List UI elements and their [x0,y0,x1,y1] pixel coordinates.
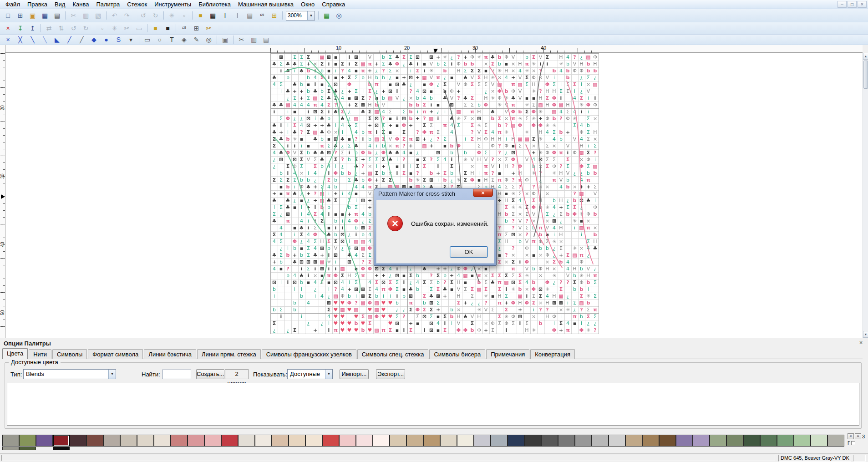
view-info-button[interactable]: I [232,10,243,20]
palette-swatch[interactable] [255,435,272,447]
palette-swatch[interactable] [609,435,625,447]
show-combobox[interactable]: Доступные ▾ [287,369,333,379]
palette-swatch[interactable] [36,435,53,447]
chevron-down-icon[interactable]: ▾ [108,370,116,379]
palette-swatch[interactable] [339,435,356,447]
palette-swatch[interactable] [710,435,726,447]
bead-button[interactable]: ● [101,35,112,45]
tab-1[interactable]: Цвета [2,348,28,359]
palette-swatch[interactable] [19,435,36,447]
menu-item[interactable]: Справка [318,0,349,9]
palette-scroll-right-button[interactable]: » [855,433,861,439]
view-notes-button[interactable]: ▤ [244,10,255,20]
tab-6[interactable]: Линии прям. стежка [197,349,261,359]
palette-swatch[interactable] [760,435,777,447]
quarter-stitch-button[interactable]: ╲ [39,35,51,45]
tab-7[interactable]: Символы французских узелков [262,349,356,359]
palette-swatch[interactable] [524,435,541,447]
palette-swatch[interactable] [794,435,811,447]
window-close-button[interactable]: × [858,1,867,8]
palette-swatch[interactable] [811,435,827,447]
tab-10[interactable]: Примечания [486,349,529,359]
knife-button[interactable]: ✂ [236,35,247,45]
menu-item[interactable]: Стежок [123,0,151,9]
menu-item[interactable]: Вид [51,0,69,9]
no-stitch-button[interactable]: × [2,35,14,45]
palette-swatch[interactable] [693,435,710,447]
palette-swatch[interactable] [575,435,592,447]
scrollbar-thumb[interactable] [863,61,868,89]
palette-swatch[interactable] [743,435,760,447]
available-colors-listbox[interactable] [7,383,859,426]
palette-swatch[interactable] [289,435,305,447]
menu-item[interactable]: Библиотека [195,0,234,9]
half-stitch-button[interactable]: ╲ [27,35,38,45]
three-quarter-stitch-button[interactable]: ◣ [51,35,63,45]
palette-swatch[interactable] [558,435,575,447]
view-stitches-button[interactable]: I [219,10,231,20]
palette-corner-checkbox[interactable] [851,441,855,445]
machine-needles-button[interactable]: ✂ [203,23,214,33]
french-knot-button[interactable]: ◆ [88,35,100,45]
palette-swatch[interactable] [726,435,743,447]
palette-swatch[interactable] [221,435,238,447]
palette-swatch[interactable] [406,435,423,447]
grid-lattice-button[interactable]: ⊞ [191,23,202,33]
type-combobox[interactable]: Blends ▾ [23,369,116,379]
select-rectangle-button[interactable]: ▭ [142,35,153,45]
print-button[interactable]: ▤ [51,10,63,20]
chevron-down-icon[interactable]: ▾ [325,370,332,379]
tab-2[interactable]: Нити [29,349,51,359]
palette-scroll-left-button[interactable]: « [848,433,854,439]
tab-8[interactable]: Символы спец. стежка [357,349,429,359]
palette-swatch[interactable] [238,435,255,447]
palette-swatch-row2[interactable] [19,447,36,450]
palette-swatch[interactable] [592,435,609,447]
palette-swatch[interactable] [53,435,70,447]
palette-swatch[interactable] [154,435,171,447]
window-minimize-button[interactable]: – [838,1,847,8]
window-restore-button[interactable]: □ [848,1,857,8]
special-stitch-menu-button[interactable]: ▾ [125,35,137,45]
palette-swatch[interactable] [457,435,474,447]
backstitch-button[interactable]: ╱ [64,35,75,45]
palette-swatch[interactable] [137,435,154,447]
palette-swatch[interactable] [305,435,322,447]
stitch-numbers-button[interactable]: ¹²³ [178,23,190,33]
palette-swatch[interactable] [827,435,844,447]
palette-swatch[interactable] [390,435,406,447]
palette-swatch[interactable] [373,435,390,447]
delete-selection-button[interactable]: × [2,23,14,33]
view-grid-button[interactable]: ⊞ [269,10,280,20]
palette-swatch[interactable] [423,435,440,447]
import-button[interactable]: Импорт... [340,369,369,379]
palette-swatch[interactable] [204,435,221,447]
palette-swatch[interactable] [86,435,103,447]
palette-swatch[interactable] [625,435,642,447]
find-input[interactable] [162,370,191,379]
menu-item[interactable]: Окно [297,0,318,9]
create-button[interactable]: Создать... [196,369,224,379]
menu-item[interactable]: Файл [2,0,24,9]
palette-swatch[interactable] [659,435,676,447]
tab-11[interactable]: Конвертация [530,349,575,359]
tab-5[interactable]: Линии бэкстича [144,349,196,359]
palette-swatch[interactable] [356,435,373,447]
ok-button[interactable]: OK [450,246,488,258]
menu-item[interactable]: Машинная вышивка [234,0,297,9]
menu-item[interactable]: Канва [69,0,92,9]
grid-settings-button[interactable]: ▦ [321,10,332,20]
menu-item[interactable]: Инструменты [151,0,195,9]
palette-swatch[interactable] [642,435,659,447]
panel-close-button[interactable]: × [857,339,865,346]
scroll-down-button[interactable]: ▼ [863,331,868,338]
highlight-color-button[interactable]: ■ [150,23,161,33]
zoom-page-button[interactable]: ◎ [333,10,345,20]
palette-swatch[interactable] [474,435,491,447]
palette-swatch[interactable] [491,435,508,447]
import-colors-button[interactable]: ↥ [27,23,38,33]
scroll-up-button[interactable]: ▲ [863,53,868,60]
tab-9[interactable]: Символы бисера [429,349,485,359]
layout-info-button[interactable]: ▤ [260,35,272,45]
palette-swatch[interactable] [272,435,289,447]
